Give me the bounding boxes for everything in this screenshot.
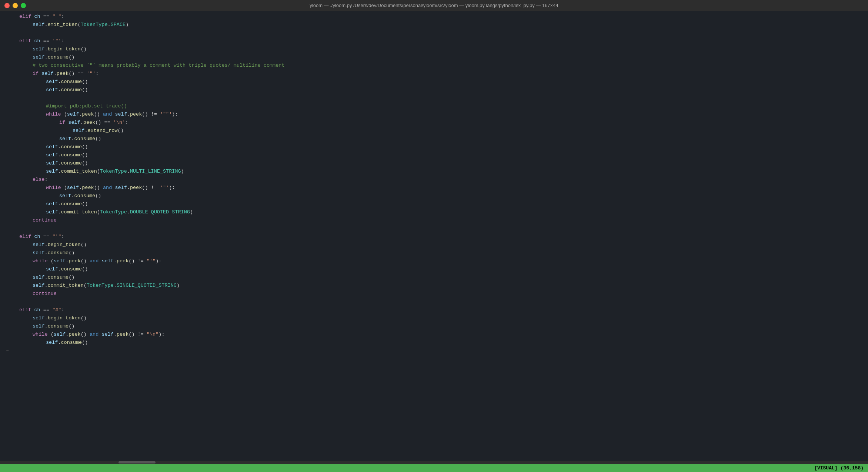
code-line: self.consume()	[0, 78, 868, 86]
code-line: continue	[0, 290, 868, 298]
code-line: elif ch == '"':	[0, 37, 868, 45]
code-line: self.extend_row()	[0, 127, 868, 135]
code-line: else:	[0, 176, 868, 184]
minimize-button[interactable]	[13, 3, 18, 8]
code-line: self.commit_token(TokenType.MULTI_LINE_S…	[0, 167, 868, 176]
code-line: while (self.peek() and self.peek() != '"…	[0, 184, 868, 192]
code-line: self.consume()	[0, 322, 868, 330]
code-line: ~	[0, 347, 868, 355]
code-line: self.begin_token()	[0, 241, 868, 249]
code-line: self.emit_token(TokenType.SPACE)	[0, 21, 868, 29]
status-bar: [VISUAL] (36,158)	[0, 464, 868, 472]
code-line: while (self.peek() and self.peek() != "'…	[0, 257, 868, 265]
code-line: self.consume()	[0, 86, 868, 94]
code-line: self.consume()	[0, 339, 868, 347]
code-line: self.consume()	[0, 159, 868, 167]
code-line: continue	[0, 216, 868, 225]
scrollbar-thumb[interactable]	[118, 461, 156, 463]
code-line: if self.peek() == '"':	[0, 70, 868, 78]
code-line: #import pdb;pdb.set_trace()	[0, 102, 868, 110]
code-line: self.consume()	[0, 200, 868, 208]
traffic-lights[interactable]	[4, 3, 26, 8]
maximize-button[interactable]	[21, 3, 26, 8]
cursor-position: (36,158)	[841, 465, 864, 471]
close-button[interactable]	[4, 3, 10, 8]
code-line: self.consume()	[0, 135, 868, 143]
code-line: self.consume()	[0, 273, 868, 282]
code-line: self.consume()	[0, 249, 868, 257]
title-bar: yloom — ./yloom.py /Users/dev/Documents/…	[0, 0, 868, 11]
code-line: elif ch == "#":	[0, 306, 868, 314]
code-line: self.commit_token(TokenType.DOUBLE_QUOTE…	[0, 208, 868, 216]
code-line: elif ch == " ":	[0, 13, 868, 21]
code-line: self.consume()	[0, 143, 868, 151]
code-line: self.consume()	[0, 151, 868, 159]
code-line: self.consume()	[0, 265, 868, 273]
code-line: self.consume()	[0, 192, 868, 200]
window-title: yloom — ./yloom.py /Users/dev/Documents/…	[310, 3, 558, 8]
code-line: self.consume()	[0, 53, 868, 62]
code-line: while (self.peek() and self.peek() != "\…	[0, 330, 868, 339]
code-line: self.commit_token(TokenType.SINGLE_QUOTE…	[0, 282, 868, 290]
code-line: if self.peek() == '\n':	[0, 119, 868, 127]
code-line: while (self.peek() and self.peek() != '"…	[0, 110, 868, 119]
vim-mode: [VISUAL]	[814, 465, 837, 471]
code-line: self.begin_token()	[0, 314, 868, 322]
horizontal-scrollbar[interactable]	[0, 461, 868, 464]
code-line: elif ch == "'":	[0, 233, 868, 241]
code-line: self.begin_token()	[0, 45, 868, 53]
editor-area[interactable]: elif ch == " ": self.emit_token(TokenTyp…	[0, 11, 868, 464]
code-line: # two consecutive `"` means probably a c…	[0, 62, 868, 70]
